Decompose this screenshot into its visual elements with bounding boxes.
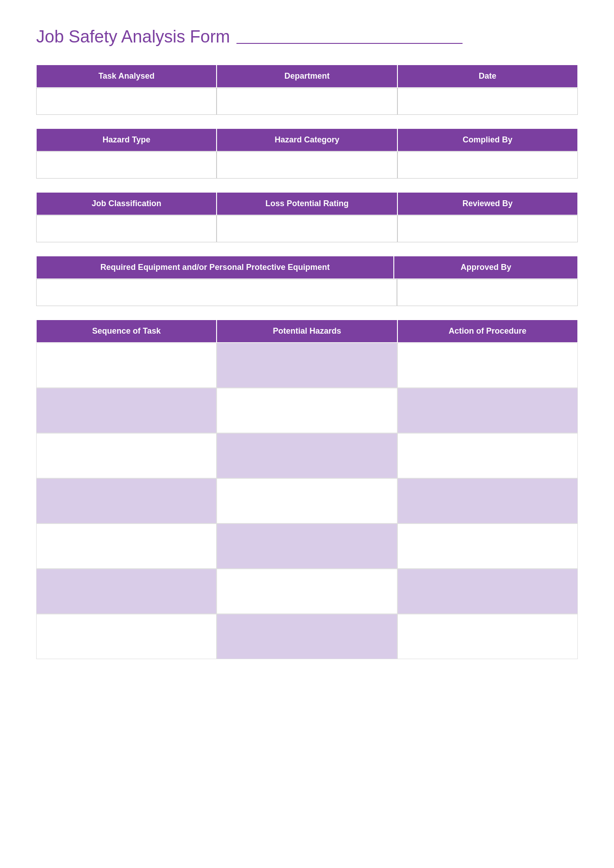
sequence-cell-2[interactable] [36,388,217,433]
required-equipment-header: Required Equipment and/or Personal Prote… [36,256,394,279]
table-row [36,569,578,614]
job-classification-header: Job Classification [36,192,217,215]
table-row [36,524,578,569]
table-row [36,343,578,388]
sequence-of-task-header: Sequence of Task [36,320,217,343]
loss-potential-header: Loss Potential Rating [217,192,397,215]
hazard-category-header: Hazard Category [217,128,397,151]
task-analysed-cell[interactable] [36,88,217,115]
action-cell-5[interactable] [397,524,578,569]
action-of-procedure-header: Action of Procedure [397,320,578,343]
form-title: Job Safety Analysis Form [36,27,230,46]
department-header: Department [217,65,397,88]
approved-by-header: Approved By [394,256,578,279]
sequence-cell-1[interactable] [36,343,217,388]
task-analysed-header: Task Analysed [36,65,217,88]
sequence-cell-5[interactable] [36,524,217,569]
form-title-section: Job Safety Analysis Form [36,27,578,47]
sequence-cell-6[interactable] [36,569,217,614]
action-cell-2[interactable] [397,388,578,433]
action-cell-4[interactable] [397,478,578,524]
table-row [36,433,578,478]
table-row [36,478,578,524]
hazard-type-cell[interactable] [36,151,217,179]
hazards-cell-3[interactable] [217,433,397,478]
header-row-1: Task Analysed Department Date [36,65,578,88]
complied-by-cell[interactable] [397,151,578,179]
header-row-3: Job Classification Loss Potential Rating… [36,192,578,215]
section-1: Task Analysed Department Date [36,65,578,115]
header-row-4: Required Equipment and/or Personal Prote… [36,256,578,279]
complied-by-header: Complied By [397,128,578,151]
table-row [36,614,578,659]
section-3: Job Classification Loss Potential Rating… [36,192,578,242]
hazards-cell-6[interactable] [217,569,397,614]
approved-by-cell[interactable] [397,279,578,306]
action-cell-3[interactable] [397,433,578,478]
data-row-1 [36,88,578,115]
action-cell-1[interactable] [397,343,578,388]
sequence-cell-3[interactable] [36,433,217,478]
hazards-cell-2[interactable] [217,388,397,433]
hazards-cell-4[interactable] [217,478,397,524]
date-cell[interactable] [397,88,578,115]
table-row [36,388,578,433]
sequence-cell-7[interactable] [36,614,217,659]
job-classification-cell[interactable] [36,215,217,242]
hazard-category-cell[interactable] [217,151,397,179]
date-header: Date [397,65,578,88]
data-row-4 [36,279,578,306]
required-equipment-cell[interactable] [36,279,397,306]
data-row-3 [36,215,578,242]
loss-potential-cell[interactable] [217,215,397,242]
action-cell-7[interactable] [397,614,578,659]
action-cell-6[interactable] [397,569,578,614]
header-row-2: Hazard Type Hazard Category Complied By [36,128,578,151]
hazards-cell-1[interactable] [217,343,397,388]
data-row-2 [36,151,578,179]
section-2: Hazard Type Hazard Category Complied By [36,128,578,179]
hazard-type-header: Hazard Type [36,128,217,151]
hazards-cell-5[interactable] [217,524,397,569]
reviewed-by-header: Reviewed By [397,192,578,215]
department-cell[interactable] [217,88,397,115]
potential-hazards-header: Potential Hazards [217,320,397,343]
title-underline [236,43,463,44]
hazards-cell-7[interactable] [217,614,397,659]
main-table-header: Sequence of Task Potential Hazards Actio… [36,320,578,343]
sequence-cell-4[interactable] [36,478,217,524]
section-4: Required Equipment and/or Personal Prote… [36,256,578,306]
main-table-section: Sequence of Task Potential Hazards Actio… [36,320,578,659]
reviewed-by-cell[interactable] [397,215,578,242]
